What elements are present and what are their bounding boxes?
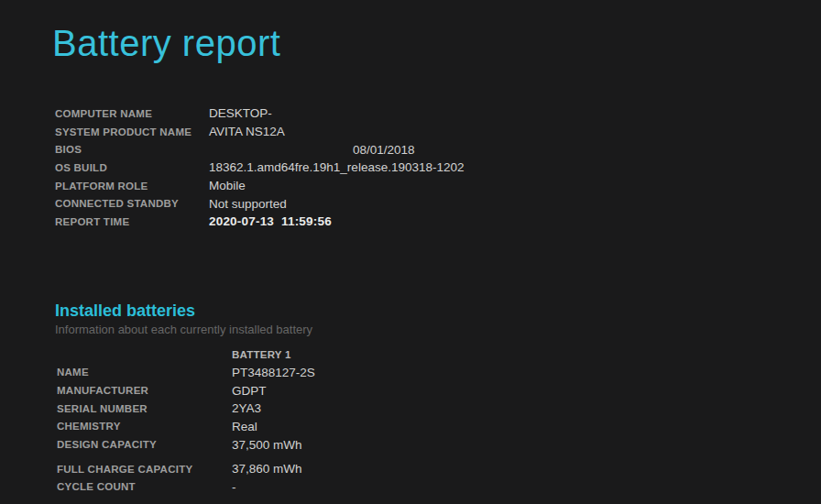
report-time-value: 2020-07-13 11:59:56 xyxy=(209,214,332,228)
battery-row-serial-number: SERIAL NUMBER 2YA3 xyxy=(57,400,821,418)
info-row-platform-role: PLATFORM ROLE Mobile xyxy=(55,177,821,195)
info-value: - xyxy=(232,480,236,494)
info-value: Mobile xyxy=(209,179,246,192)
info-value: GDPT xyxy=(232,384,267,398)
info-label: NAME xyxy=(57,367,232,378)
info-label: DESIGN CAPACITY xyxy=(57,439,232,450)
installed-batteries-subtitle: Information about each currently install… xyxy=(55,323,821,336)
info-label: REPORT TIME xyxy=(55,216,209,227)
battery-row-design-capacity: DESIGN CAPACITY 37,500 mWh xyxy=(57,435,821,454)
info-label: SERIAL NUMBER xyxy=(57,403,232,414)
battery-report-page: Battery report COMPUTER NAME DESKTOP- SY… xyxy=(0,0,821,504)
info-value: DESKTOP- xyxy=(209,106,272,120)
info-row-report-time: REPORT TIME 2020-07-13 11:59:56 xyxy=(55,213,821,231)
info-value: 18362.1.amd64fre.19h1_release.190318-120… xyxy=(209,160,464,174)
battery-row-full-charge-capacity: FULL CHARGE CAPACITY 37,860 mWh xyxy=(57,460,821,478)
battery-row-cycle-count: CYCLE COUNT - xyxy=(57,478,821,497)
installed-batteries-heading: Installed batteries xyxy=(55,301,821,321)
info-value: Not supported xyxy=(209,197,287,211)
info-row-bios: BIOS 08/01/2018 xyxy=(55,140,821,159)
installed-batteries-table: BATTERY 1 NAME PT3488127-2S MANUFACTURER… xyxy=(57,345,821,497)
info-row-connected-standby: CONNECTED STANDBY Not supported xyxy=(55,194,821,213)
battery-column-header: BATTERY 1 xyxy=(57,345,821,364)
info-label: BIOS xyxy=(55,144,209,155)
battery-row-chemistry: CHEMISTRY Real xyxy=(57,418,821,436)
info-label: CONNECTED STANDBY xyxy=(55,198,209,209)
info-label: CHEMISTRY xyxy=(57,421,232,432)
info-label: COMPUTER NAME xyxy=(55,108,209,119)
system-info-table: COMPUTER NAME DESKTOP- SYSTEM PRODUCT NA… xyxy=(55,104,821,231)
info-row-system-product-name: SYSTEM PRODUCT NAME AVITA NS12A xyxy=(55,123,821,141)
info-label: MANUFACTURER xyxy=(57,385,232,396)
info-label: PLATFORM ROLE xyxy=(55,181,209,192)
info-row-os-build: OS BUILD 18362.1.amd64fre.19h1_release.1… xyxy=(55,159,821,177)
info-value: AVITA NS12A xyxy=(209,125,285,138)
info-value: PT3488127-2S xyxy=(232,366,315,379)
info-value: 2YA3 xyxy=(232,401,261,415)
battery-row-manufacturer: MANUFACTURER GDPT xyxy=(57,381,821,400)
info-label: SYSTEM PRODUCT NAME xyxy=(55,126,209,137)
battery-row-name: NAME PT3488127-2S xyxy=(57,364,821,382)
info-value: 08/01/2018 xyxy=(209,143,415,157)
page-title: Battery report xyxy=(52,0,821,64)
info-label: FULL CHARGE CAPACITY xyxy=(57,464,232,475)
info-row-computer-name: COMPUTER NAME DESKTOP- xyxy=(55,104,821,123)
info-value: Real xyxy=(232,420,257,433)
info-value: 37,860 mWh xyxy=(232,462,302,476)
info-value: 37,500 mWh xyxy=(232,438,302,452)
info-label: CYCLE COUNT xyxy=(57,481,232,492)
info-label: OS BUILD xyxy=(55,162,209,173)
